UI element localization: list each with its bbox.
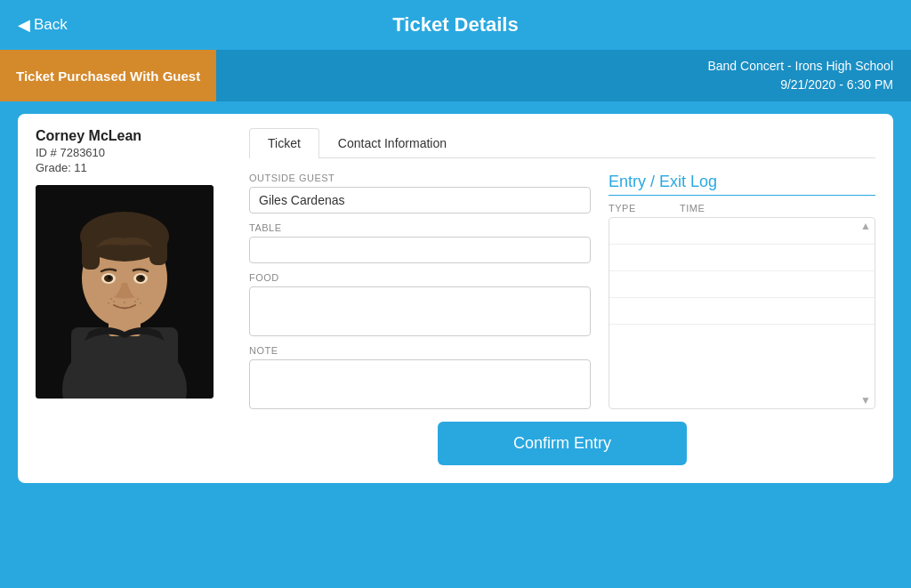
log-title: Entry / Exit Log bbox=[609, 173, 875, 196]
note-label: NOTE bbox=[249, 345, 591, 356]
app-header: ◀ Back Ticket Details bbox=[0, 0, 911, 50]
student-grade: Grade: 11 bbox=[36, 161, 231, 174]
svg-point-20 bbox=[124, 302, 125, 303]
student-id: ID # 7283610 bbox=[36, 146, 231, 159]
table-label: TABLE bbox=[249, 222, 591, 233]
note-textarea[interactable] bbox=[249, 359, 591, 409]
main-content: Corney McLean ID # 7283610 Grade: 11 bbox=[0, 101, 911, 495]
right-panel: Ticket Contact Information OUTSIDE GUEST… bbox=[249, 128, 875, 465]
log-header-row: TYPE TIME bbox=[609, 203, 875, 213]
student-panel: Corney McLean ID # 7283610 Grade: 11 bbox=[36, 128, 231, 465]
page-title: Ticket Details bbox=[392, 13, 518, 36]
tab-ticket[interactable]: Ticket bbox=[249, 128, 319, 158]
tab-bar: Ticket Contact Information bbox=[249, 128, 875, 158]
table-input[interactable] bbox=[249, 237, 591, 263]
log-scroll-down-icon[interactable]: ▼ bbox=[860, 394, 871, 407]
svg-point-13 bbox=[140, 276, 143, 279]
outside-guest-label: OUTSIDE GUEST bbox=[249, 173, 591, 183]
outside-guest-field: OUTSIDE GUEST bbox=[249, 173, 591, 213]
event-line1: Band Concert - Irons High School bbox=[707, 57, 893, 76]
svg-point-12 bbox=[108, 276, 111, 279]
form-section: OUTSIDE GUEST TABLE FOOD NOTE bbox=[249, 173, 591, 409]
log-row bbox=[609, 298, 875, 325]
student-name: Corney McLean bbox=[36, 128, 231, 144]
note-field: NOTE bbox=[249, 345, 591, 409]
table-field: TABLE bbox=[249, 222, 591, 263]
log-col-type-header: TYPE bbox=[609, 203, 680, 213]
svg-point-16 bbox=[108, 302, 109, 304]
log-rows bbox=[609, 218, 875, 351]
ticket-badge: Ticket Purchased With Guest bbox=[0, 50, 216, 101]
log-row bbox=[609, 271, 875, 298]
event-info: Band Concert - Irons High School 9/21/20… bbox=[707, 57, 911, 94]
event-line2: 9/21/2020 - 6:30 PM bbox=[707, 76, 893, 94]
food-field: FOOD bbox=[249, 272, 591, 336]
svg-point-15 bbox=[113, 301, 115, 302]
subheader-bar: Ticket Purchased With Guest Band Concert… bbox=[0, 50, 911, 101]
back-chevron-icon: ◀ bbox=[18, 17, 30, 33]
svg-rect-6 bbox=[82, 234, 100, 270]
log-section: Entry / Exit Log TYPE TIME ▲ bbox=[609, 173, 875, 409]
outside-guest-input[interactable] bbox=[249, 187, 591, 213]
confirm-entry-button[interactable]: Confirm Entry bbox=[438, 422, 687, 465]
svg-point-17 bbox=[137, 298, 139, 300]
confirm-section: Confirm Entry bbox=[249, 422, 875, 465]
log-row bbox=[609, 218, 875, 245]
log-table: ▲ ▼ bbox=[609, 217, 875, 409]
ticket-card: Corney McLean ID # 7283610 Grade: 11 bbox=[18, 114, 893, 483]
log-row bbox=[609, 325, 875, 351]
back-button[interactable]: ◀ Back bbox=[18, 16, 68, 34]
svg-point-18 bbox=[134, 301, 136, 302]
food-textarea[interactable] bbox=[249, 286, 591, 336]
svg-point-14 bbox=[110, 298, 112, 300]
svg-rect-7 bbox=[149, 234, 167, 265]
log-row bbox=[609, 245, 875, 271]
log-col-time-header: TIME bbox=[680, 203, 705, 213]
log-scroll-up-icon[interactable]: ▲ bbox=[860, 220, 871, 232]
back-label: Back bbox=[34, 16, 68, 34]
tab-contact[interactable]: Contact Information bbox=[319, 128, 465, 157]
tab-content: OUTSIDE GUEST TABLE FOOD NOTE bbox=[249, 173, 875, 409]
svg-point-19 bbox=[140, 302, 141, 304]
food-label: FOOD bbox=[249, 272, 591, 283]
student-photo bbox=[36, 185, 214, 399]
